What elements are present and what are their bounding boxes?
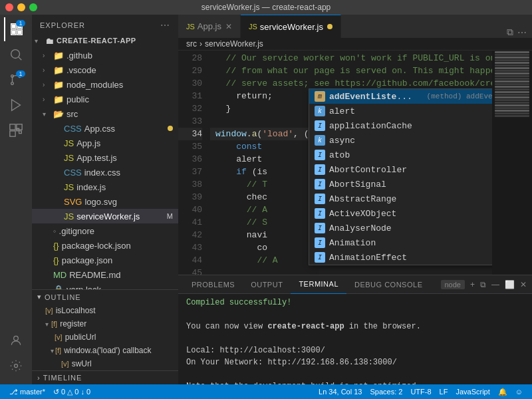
- panel-tab-debug[interactable]: DEBUG CONSOLE: [346, 275, 430, 294]
- tree-item-public[interactable]: › 📁 public: [32, 92, 178, 106]
- panel-close-icon[interactable]: ✕: [520, 280, 527, 289]
- tree-item-package-json[interactable]: {} package.json: [32, 253, 178, 267]
- split-editor-icon[interactable]: ⧉: [507, 27, 513, 38]
- status-right: Ln 34, Col 13 Spaces: 2 UTF-8 LF JavaScr…: [315, 388, 527, 396]
- panel-tab-output[interactable]: OUTPUT: [243, 275, 291, 294]
- ac-item-8[interactable]: I ActiveXObject: [309, 206, 492, 221]
- activity-git[interactable]: 1: [4, 68, 28, 92]
- node-label[interactable]: node: [441, 280, 465, 289]
- ac-icon-keyword: k: [315, 106, 325, 116]
- status-spaces[interactable]: Spaces: 2: [366, 388, 406, 396]
- terminal-content[interactable]: Compiled successfully! You can now view …: [178, 294, 532, 384]
- svg-rect-2: [12, 31, 16, 35]
- svg-line-5: [19, 57, 21, 60]
- window-title: serviceWorker.js — create-react-app: [201, 3, 331, 12]
- terminal-line-3: [186, 332, 524, 344]
- activity-bar: 1 1: [0, 15, 32, 384]
- activity-debug[interactable]: [4, 93, 28, 117]
- ac-icon-interface5: I: [315, 194, 325, 204]
- outline-item-window-load[interactable]: ▾ [f] window.a('load') callback: [32, 344, 178, 357]
- ac-item-2[interactable]: I applicationCache: [309, 118, 492, 133]
- tree-item-package-lock[interactable]: {} package-lock.json: [32, 238, 178, 253]
- tree-item-index-js[interactable]: JS index.js: [32, 180, 178, 194]
- panel-maximize-icon[interactable]: ⬜: [505, 280, 515, 289]
- ac-item-0[interactable]: m addEventListe... (method) addEventList…: [309, 89, 492, 104]
- status-bar: ⎇ master* ↺ 0 △ 0 ↓ 0 Ln 34, Col 13 Spac…: [0, 384, 532, 399]
- status-git-branch[interactable]: ⎇ master*: [5, 384, 49, 399]
- tree-item-yarn-lock[interactable]: 🔒 yarn.lock: [32, 282, 178, 289]
- svg-rect-10: [10, 124, 15, 130]
- tree-item-app-css[interactable]: CSS App.css: [32, 121, 178, 136]
- ac-item-6[interactable]: I AbortSignal: [309, 177, 492, 192]
- outline-header[interactable]: ▾ Outline: [32, 290, 178, 304]
- close-button[interactable]: [5, 3, 13, 11]
- code-content[interactable]: // Our service worker won't work if PUBL…: [210, 51, 492, 275]
- tree-item-root[interactable]: ▾ 🖿 CREATE-REACT-APP: [32, 33, 178, 48]
- panel-tab-terminal[interactable]: TERMINAL: [291, 275, 346, 294]
- tree-item-gitignore[interactable]: ◦ .gitignore: [32, 223, 178, 238]
- tree-item-vscode[interactable]: › 📁 .vscode: [32, 63, 178, 77]
- terminal-line-1: [186, 309, 524, 321]
- svg-marker-9: [12, 100, 21, 111]
- activity-extensions[interactable]: [4, 118, 28, 142]
- expand-icon: ▾: [35, 37, 45, 45]
- status-bell[interactable]: 🔔: [494, 388, 511, 396]
- tree-item-logo-svg[interactable]: SVG logo.svg: [32, 194, 178, 209]
- ac-icon-interface: I: [315, 120, 325, 131]
- minimize-button[interactable]: [17, 3, 25, 11]
- tree-item-service-worker[interactable]: JS serviceWorker.js M: [32, 209, 178, 223]
- status-line-ending[interactable]: LF: [436, 388, 452, 396]
- ac-item-11[interactable]: I AnimationEffect: [309, 250, 492, 265]
- tree-item-app-test[interactable]: JS App.test.js: [32, 150, 178, 165]
- terminal-line-4: Local: http://localhost:3000/: [186, 344, 524, 356]
- tree-item-node-modules[interactable]: › 📁 node_modules: [32, 77, 178, 92]
- maximize-button[interactable]: [29, 3, 37, 11]
- outline-item-publicUrl[interactable]: [v] publicUrl: [32, 331, 178, 344]
- status-position[interactable]: Ln 34, Col 13: [315, 388, 366, 396]
- split-terminal-icon[interactable]: ⧉: [480, 280, 486, 289]
- ac-item-9[interactable]: I AnalyserNode: [309, 221, 492, 235]
- file-tree: ▾ 🖿 CREATE-REACT-APP › 📁 .github › 📁 .vs…: [32, 33, 178, 289]
- autocomplete-dropdown[interactable]: m addEventListe... (method) addEventList…: [309, 88, 492, 265]
- sidebar-header-icons[interactable]: ⋯: [160, 20, 170, 31]
- ac-item-1[interactable]: k alert: [309, 104, 492, 118]
- tree-item-app-js[interactable]: JS App.js: [32, 136, 178, 150]
- activity-settings[interactable]: [4, 354, 28, 378]
- ac-item-7[interactable]: I AbstractRange: [309, 192, 492, 206]
- tab-close-app-js[interactable]: ✕: [225, 22, 232, 31]
- code-line-28: // Our service worker won't work if PUBL…: [210, 52, 492, 65]
- ac-item-4[interactable]: I atob: [309, 148, 492, 162]
- activity-account[interactable]: [4, 329, 28, 352]
- ac-icon-interface3: I: [315, 164, 325, 175]
- status-feedback[interactable]: ☺: [511, 388, 527, 396]
- tree-item-src[interactable]: ▾ 📂 src: [32, 106, 178, 121]
- tab-modified-badge: [327, 24, 332, 29]
- tree-item-github[interactable]: › 📁 .github: [32, 48, 178, 63]
- activity-explorer[interactable]: 1: [4, 17, 28, 41]
- ac-icon-interface9: I: [315, 252, 325, 263]
- more-tabs-icon[interactable]: ⋯: [517, 27, 527, 38]
- svg-point-14: [15, 364, 18, 368]
- timeline-header[interactable]: › Timeline: [32, 371, 178, 384]
- status-encoding[interactable]: UTF-8: [406, 388, 435, 396]
- ac-item-10[interactable]: I Animation: [309, 235, 492, 250]
- tab-app-js[interactable]: JS App.js ✕: [178, 15, 241, 38]
- panel-tab-problems[interactable]: PROBLEMS: [184, 275, 243, 294]
- activity-search[interactable]: [4, 43, 28, 66]
- tree-item-index-css[interactable]: CSS index.css: [32, 165, 178, 180]
- status-language[interactable]: JavaScript: [452, 388, 493, 396]
- outline-item-register[interactable]: ▾ [f] register: [32, 317, 178, 331]
- outline-item-swUrl[interactable]: [v] swUrl: [32, 357, 178, 370]
- panel-minimize-icon[interactable]: —: [491, 280, 499, 289]
- tab-service-worker[interactable]: JS serviceWorker.js: [241, 15, 341, 38]
- code-editor: 28 29 30 31 32 33 34 35 36 37 38 39 40 4…: [178, 51, 532, 275]
- breadcrumb-src[interactable]: src: [186, 39, 197, 49]
- tree-item-readme[interactable]: MD README.md: [32, 267, 178, 282]
- status-sync[interactable]: ↺ 0 △ 0 ↓ 0: [49, 384, 94, 399]
- panel-tabs: PROBLEMS OUTPUT TERMINAL DEBUG CONSOLE n…: [178, 275, 532, 294]
- ac-item-3[interactable]: k async: [309, 133, 492, 148]
- add-terminal-icon[interactable]: +: [470, 280, 475, 289]
- breadcrumb-file[interactable]: serviceWorker.js: [205, 39, 263, 49]
- ac-item-5[interactable]: I AbortController: [309, 162, 492, 177]
- outline-item-isLocalhost[interactable]: [v] isLocalhost: [32, 304, 178, 317]
